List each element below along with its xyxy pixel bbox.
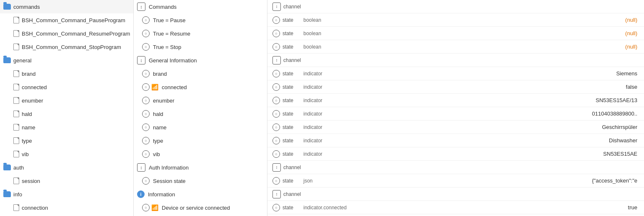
right-kind-indicator: indicator (303, 84, 341, 90)
tree-item-info[interactable]: info (0, 188, 133, 201)
tree-item-resume[interactable]: BSH_Common_Command_ResumeProgram (0, 27, 133, 40)
right-type-state: state (283, 44, 303, 50)
right-row-general[interactable]: ↕ channel (267, 54, 644, 67)
right-row-type[interactable]: ○ state indicator Dishwasher (267, 134, 644, 147)
mid-row-resume[interactable]: ○ True = Resume (134, 27, 267, 40)
tree-item-connected[interactable]: connected (0, 80, 133, 94)
right-type-state: state (283, 84, 303, 90)
wifi-icon-2: 📶 (151, 204, 158, 211)
tree-item-auth[interactable]: auth (0, 161, 133, 174)
right-row-device[interactable]: ○ state indicator.connected true (267, 201, 644, 214)
mid-label-connected: connected (162, 84, 187, 90)
mid-row-info[interactable]: i Information (134, 188, 267, 201)
right-state-icon: ○ (272, 110, 280, 118)
state-icon: ○ (142, 150, 150, 158)
right-kind-indicator: indicator (303, 71, 341, 77)
state-icon: ○ (142, 30, 150, 37)
mid-row-hald[interactable]: ○ hald (134, 107, 267, 121)
mid-row-enumber[interactable]: ○ enumber (134, 94, 267, 107)
tree-item-pause[interactable]: BSH_Common_Command_PauseProgram (0, 13, 133, 27)
right-type-state: state (283, 98, 303, 103)
tree-label: auth (13, 165, 24, 171)
mid-row-general[interactable]: ↕ General Information (134, 54, 267, 67)
right-kind-boolean: boolean (303, 44, 341, 50)
mid-label-type: type (153, 138, 163, 144)
mid-row-connected[interactable]: ○ 📶 connected (134, 80, 267, 94)
tree-item-type[interactable]: type (0, 134, 133, 147)
file-icon (13, 151, 19, 157)
right-state-icon: ○ (272, 16, 280, 24)
tree-label: BSH_Common_Command_PauseProgram (22, 17, 125, 23)
right-row-stop[interactable]: ○ state boolean (null) (267, 40, 644, 54)
right-channel-tag: channel (283, 4, 301, 10)
tree-label: connection (22, 205, 48, 211)
mid-row-name[interactable]: ○ name (134, 121, 267, 134)
right-row-hald[interactable]: ○ state indicator 01104038889800.. (267, 107, 644, 121)
channel-icon: ↕ (137, 3, 145, 11)
right-row-connected[interactable]: ○ state indicator false (267, 80, 644, 94)
right-row-session[interactable]: ○ state json {"access_token":"e (267, 174, 644, 188)
tree-item-general[interactable]: general (0, 54, 133, 67)
mid-row-stop[interactable]: ○ True = Stop (134, 40, 267, 54)
right-kind-indicator-connected: indicator.connected (303, 205, 346, 211)
mid-label-session: Session state (153, 178, 186, 184)
right-channel-icon: ↕ (272, 190, 281, 198)
tree-item-connection[interactable]: connection (0, 201, 133, 214)
right-row-commands[interactable]: ↕ channel (267, 0, 644, 13)
mid-row-type[interactable]: ○ type (134, 134, 267, 147)
mid-label-brand: brand (153, 71, 167, 77)
right-row-info[interactable]: ↕ channel (267, 188, 644, 201)
state-icon: ○ (142, 83, 150, 91)
right-state-icon: ○ (272, 43, 280, 51)
middle-panel: ↕ Commands ○ True = Pause ○ True = Resum… (134, 0, 267, 216)
right-value-connected: false (626, 84, 644, 90)
right-kind-indicator: indicator (303, 124, 341, 130)
right-channel-icon: ↕ (272, 56, 281, 64)
tree-item-commands[interactable]: commands (0, 0, 133, 13)
right-type-state: state (283, 151, 303, 157)
right-state-icon: ○ (272, 97, 280, 104)
right-kind-indicator: indicator (303, 98, 341, 103)
mid-row-vib[interactable]: ○ vib (134, 147, 267, 161)
mid-row-commands[interactable]: ↕ Commands (134, 0, 267, 13)
mid-row-session[interactable]: ○ Session state (134, 174, 267, 188)
tree-item-hald[interactable]: hald (0, 107, 133, 121)
right-value-type: Dishwasher (609, 137, 644, 144)
right-kind-indicator: indicator (303, 138, 341, 144)
right-value-null: (null) (625, 30, 644, 36)
right-kind-json: json (303, 178, 341, 184)
tree-item-name[interactable]: name (0, 121, 133, 134)
tree-item-enumber[interactable]: enumber (0, 94, 133, 107)
tree-item-vib[interactable]: vib (0, 147, 133, 161)
right-row-auth[interactable]: ↕ channel (267, 161, 644, 174)
right-type-state: state (283, 205, 303, 211)
right-value-device: true (628, 204, 644, 211)
right-row-vib[interactable]: ○ state indicator SN53ES15AE (267, 147, 644, 161)
tree-item-session[interactable]: session (0, 174, 133, 188)
mid-row-pause[interactable]: ○ True = Pause (134, 13, 267, 27)
mid-row-brand[interactable]: ○ brand (134, 67, 267, 80)
right-row-resume[interactable]: ○ state boolean (null) (267, 27, 644, 40)
right-state-icon: ○ (272, 123, 280, 131)
tree-item-stop[interactable]: BSH_Common_Command_StopProgram (0, 40, 133, 54)
channel-icon: ↕ (137, 163, 145, 172)
mid-label-auth: Auth Information (149, 165, 188, 171)
tree-item-brand[interactable]: brand (0, 67, 133, 80)
mid-label-vib: vib (153, 151, 160, 157)
state-icon: ○ (142, 43, 150, 51)
right-row-name[interactable]: ○ state indicator Geschirrspüler (267, 121, 644, 134)
mid-label-stop: True = Stop (153, 44, 181, 50)
right-state-icon: ○ (272, 30, 280, 37)
mid-label-resume: True = Resume (153, 31, 190, 37)
right-row-enumber[interactable]: ○ state indicator SN53ES15AE/13 (267, 94, 644, 107)
right-row-brand[interactable]: ○ state indicator Siemens (267, 67, 644, 80)
file-icon (13, 137, 19, 144)
right-type-state: state (283, 71, 303, 77)
tree-label: session (22, 178, 40, 184)
right-state-icon: ○ (272, 83, 280, 91)
mid-row-auth[interactable]: ↕ Auth Information (134, 161, 267, 174)
mid-row-device-connected[interactable]: ○ 📶 Device or service connected (134, 201, 267, 214)
tree-label: general (13, 57, 31, 64)
right-row-pause[interactable]: ○ state boolean (null) (267, 13, 644, 27)
file-icon (13, 70, 19, 77)
